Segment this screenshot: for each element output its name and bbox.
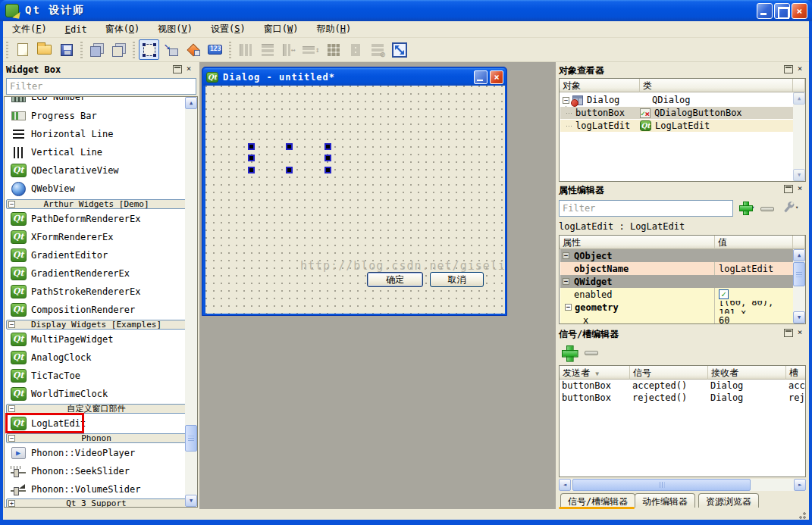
dialog-titlebar[interactable]: Qt Dialog - untitled* × xyxy=(203,68,506,86)
widget-item-analogclock[interactable]: QtAnalogClock xyxy=(5,348,182,367)
scroll-down-icon[interactable]: ▼ xyxy=(185,495,197,507)
toolbar-handle[interactable] xyxy=(5,42,10,58)
column-header-receiver[interactable]: 接收者 xyxy=(708,366,786,380)
cancel-button[interactable]: 取消 xyxy=(430,272,484,287)
selection-handle-bottom-left[interactable] xyxy=(248,167,255,173)
dialog-close-button[interactable]: × xyxy=(490,70,503,84)
column-header-signal[interactable]: 信号 xyxy=(630,366,708,380)
scroll-down-icon[interactable]: ▼ xyxy=(793,311,805,323)
toolbar-handle[interactable] xyxy=(79,42,84,58)
remove-property-button[interactable] xyxy=(760,207,774,211)
close-panel-icon[interactable]: × xyxy=(184,65,193,73)
selection-handle-mid-left[interactable] xyxy=(248,155,255,161)
menu-file[interactable]: 文件(F) xyxy=(3,21,56,37)
layout-horizontally-button[interactable] xyxy=(235,39,256,60)
resize-grip[interactable] xyxy=(797,510,806,519)
scroll-left-icon[interactable]: ◄ xyxy=(559,479,571,491)
selection-handle-top-right[interactable] xyxy=(324,143,331,150)
scroll-up-icon[interactable]: ▲ xyxy=(793,92,805,105)
widget-item-lcd-number[interactable]: LCD Number xyxy=(5,96,182,106)
collapse-minus-icon[interactable]: − xyxy=(563,252,569,259)
column-header-property[interactable]: 属性 xyxy=(560,236,715,249)
widget-item-horizontal-line[interactable]: Horizontal Line xyxy=(5,125,182,143)
float-panel-icon[interactable] xyxy=(784,65,793,73)
menu-settings[interactable]: 设置(S) xyxy=(202,21,255,37)
configure-button[interactable]: ▾ xyxy=(782,200,798,215)
widget-item-multipagewidget[interactable]: QtMultiPageWidget xyxy=(5,330,182,348)
widget-item-phonon-volumeslider[interactable]: Phonon::VolumeSlider xyxy=(5,480,182,498)
raise-widget-button[interactable] xyxy=(86,39,107,60)
widget-item-pathdeformrendererex[interactable]: QtPathDeformRendererEx xyxy=(5,210,182,228)
widget-item-progress-bar[interactable]: Progress Bar xyxy=(5,107,182,125)
widget-item-pathstrokerendererex[interactable]: QtPathStrokeRendererEx xyxy=(5,283,182,301)
column-header-value[interactable]: 值 xyxy=(715,236,793,249)
widget-filter-input[interactable] xyxy=(6,78,196,95)
collapse-minus-icon[interactable]: − xyxy=(8,435,15,442)
column-header-object[interactable]: 对象 xyxy=(560,79,640,92)
edit-buddies-button[interactable] xyxy=(183,39,203,60)
enabled-checkbox[interactable]: ✓ xyxy=(719,289,729,299)
lower-widget-button[interactable] xyxy=(108,39,129,60)
property-filter-input[interactable] xyxy=(559,200,733,217)
property-row-x[interactable]: x 60 xyxy=(560,314,794,324)
tree-row-buttonbox[interactable]: buttonBox QDialogButtonBox xyxy=(560,107,794,119)
widget-item-compositionrenderer[interactable]: QtCompositionRenderer xyxy=(5,301,182,319)
selection-handle-top-center[interactable] xyxy=(286,143,293,150)
scrollbar-thumb[interactable] xyxy=(793,262,805,286)
widget-item-vertical-line[interactable]: Vertical Line xyxy=(5,143,182,161)
edit-signals-slots-button[interactable] xyxy=(161,39,181,60)
widget-item-qwebview[interactable]: QWebView xyxy=(5,180,182,198)
toolbar-handle[interactable] xyxy=(227,42,233,58)
widget-item-phonon-videoplayer[interactable]: ▶Phonon::VideoPlayer xyxy=(5,444,182,462)
scrollbar-thumb[interactable] xyxy=(572,479,751,491)
maximize-button[interactable] xyxy=(774,3,790,19)
add-property-button[interactable]: ▾ xyxy=(739,202,754,214)
menu-help[interactable]: 帮助(H) xyxy=(307,21,360,37)
menu-view[interactable]: 视图(V) xyxy=(149,21,202,37)
tree-row-loglatedit[interactable]: logLatEdit Qt LogLatEdit xyxy=(560,120,794,132)
widget-item-worldtimeclock[interactable]: QtWorldTimeClock xyxy=(5,385,182,403)
property-row-objectname[interactable]: objectName logLatEdit xyxy=(560,262,794,275)
close-panel-icon[interactable]: × xyxy=(795,185,804,193)
form-editor-canvas[interactable]: http://blog.csdn.net/giselite 确定 取消 xyxy=(205,86,505,314)
layout-horizontal-splitter-button[interactable]: ↔ xyxy=(279,39,299,60)
scroll-up-icon[interactable]: ▲ xyxy=(185,97,197,109)
category-arthur-widgets[interactable]: −Arthur Widgets [Demo] xyxy=(6,199,187,209)
toolbar-handle[interactable] xyxy=(131,42,136,58)
tab-signal-slot-editor[interactable]: 信号/槽编辑器 xyxy=(560,493,635,508)
dialog-minimize-button[interactable] xyxy=(474,70,488,84)
new-file-button[interactable] xyxy=(12,39,33,60)
property-row-geometry[interactable]: − geometry [(60, 80), 101 x… xyxy=(560,301,794,314)
scroll-down-icon[interactable]: ▼ xyxy=(793,169,805,181)
menu-window[interactable]: 窗口(W) xyxy=(255,21,308,37)
category-qt3-support[interactable]: +Qt 3 Support xyxy=(6,498,187,508)
property-group-qobject[interactable]: − QObject xyxy=(560,249,794,262)
collapse-minus-icon[interactable]: − xyxy=(563,278,569,285)
column-header-slot[interactable]: 槽 xyxy=(786,366,806,380)
save-file-button[interactable] xyxy=(56,39,77,60)
edit-tab-order-button[interactable] xyxy=(205,39,225,60)
float-panel-icon[interactable] xyxy=(784,185,793,193)
tab-resource-browser[interactable]: 资源浏览器 xyxy=(698,493,759,508)
object-tree-scrollbar[interactable]: ▲ ▼ xyxy=(793,92,805,181)
category-phonon[interactable]: −Phonon xyxy=(6,433,187,443)
widget-item-gradientrendererex[interactable]: QtGradientRendererEx xyxy=(5,264,182,283)
menu-edit[interactable]: Edit xyxy=(56,23,96,36)
tab-action-editor[interactable]: 动作编辑器 xyxy=(635,493,695,508)
close-panel-icon[interactable]: × xyxy=(795,329,804,337)
add-connection-button[interactable] xyxy=(562,345,574,358)
open-file-button[interactable] xyxy=(34,39,55,60)
adjust-size-button[interactable] xyxy=(389,39,409,60)
collapse-minus-icon[interactable]: − xyxy=(8,201,15,208)
widget-item-gradienteditor[interactable]: QtGradientEditor xyxy=(5,246,182,264)
column-header-class[interactable]: 类 xyxy=(640,79,793,92)
expand-plus-icon[interactable]: + xyxy=(8,500,15,507)
remove-connection-button[interactable] xyxy=(585,351,598,355)
menu-form[interactable]: 窗体(O) xyxy=(96,21,149,37)
selection-handle-bottom-right[interactable] xyxy=(324,167,331,173)
selection-handle-top-left[interactable] xyxy=(248,143,255,150)
close-button[interactable]: × xyxy=(792,3,807,19)
widget-item-phonon-seekslider[interactable]: Phonon::SeekSlider xyxy=(5,462,182,480)
selection-handle-mid-right[interactable] xyxy=(324,155,331,161)
minimize-button[interactable] xyxy=(757,3,773,19)
